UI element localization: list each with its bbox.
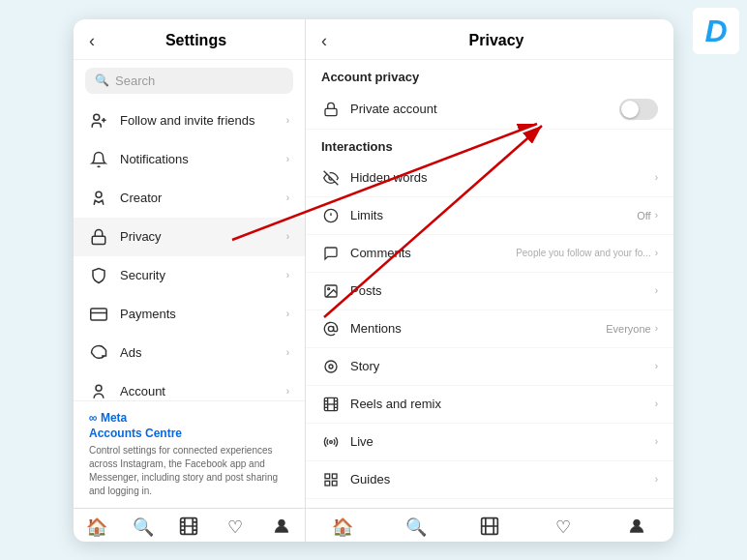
notifications-icon [89, 150, 108, 169]
search-placeholder: Search [115, 74, 155, 88]
svg-rect-35 [332, 474, 337, 479]
svg-point-28 [328, 287, 330, 289]
live-label: Live [350, 434, 645, 449]
nav-item-ads[interactable]: Ads › [74, 334, 305, 372]
story-chevron: › [655, 361, 658, 371]
right-header: ‹ Privacy [306, 19, 673, 60]
right-nav-reels[interactable] [453, 516, 526, 538]
follow-icon [89, 111, 108, 131]
meta-logo: ∞ Meta [89, 411, 289, 425]
limits-item[interactable]: Limits Off › [306, 197, 673, 235]
left-nav-profile[interactable] [258, 516, 305, 538]
account-icon [89, 382, 108, 400]
privacy-label: Privacy [120, 229, 275, 244]
activity-status-item[interactable]: Activity status › [306, 499, 673, 508]
main-container: D ‹ Settings 🔍 Search Follow and invite … [0, 0, 747, 560]
account-chevron: › [286, 386, 289, 397]
right-back-button[interactable]: ‹ [321, 31, 327, 51]
comments-icon [321, 244, 341, 263]
payments-label: Payments [120, 307, 275, 321]
right-content: Account privacy Private account Interact… [306, 60, 673, 508]
svg-rect-36 [332, 481, 337, 486]
nav-item-creator[interactable]: Creator › [74, 179, 305, 218]
left-panel: ‹ Settings 🔍 Search Follow and invite fr… [74, 19, 306, 542]
posts-item[interactable]: Posts › [306, 273, 673, 310]
live-icon [321, 432, 341, 452]
search-bar[interactable]: 🔍 Search [85, 68, 293, 94]
guides-icon [321, 470, 341, 489]
mentions-icon [321, 319, 341, 339]
interactions-section-title: Interactions [306, 130, 673, 160]
private-account-toggle[interactable] [619, 99, 658, 120]
phone-frame: ‹ Settings 🔍 Search Follow and invite fr… [74, 19, 673, 542]
posts-chevron: › [655, 285, 658, 296]
nav-list: Follow and invite friends › Notification… [74, 102, 305, 400]
right-panel: ‹ Privacy Account privacy Private accoun… [306, 19, 673, 542]
private-account-icon [321, 100, 341, 119]
hidden-words-item[interactable]: Hidden words › [306, 160, 673, 197]
left-nav-reels[interactable] [166, 516, 213, 538]
mentions-item[interactable]: Mentions Everyone › [306, 310, 673, 348]
posts-icon [321, 281, 341, 301]
payments-icon [89, 305, 108, 324]
comments-label: Comments [350, 246, 506, 260]
left-nav-home[interactable]: 🏠 [74, 516, 120, 538]
svg-point-31 [325, 361, 337, 372]
right-nav-home[interactable]: 🏠 [306, 516, 379, 538]
live-chevron: › [655, 436, 658, 447]
nav-item-payments[interactable]: Payments › [74, 295, 305, 334]
svg-point-33 [330, 440, 333, 443]
private-account-item[interactable]: Private account [306, 90, 673, 130]
svg-point-21 [279, 519, 285, 526]
left-panel-title: Settings [103, 32, 289, 49]
nav-item-follow[interactable]: Follow and invite friends › [74, 102, 305, 140]
mentions-label: Mentions [350, 321, 596, 336]
live-item[interactable]: Live › [306, 424, 673, 461]
nav-item-notifications[interactable]: Notifications › [74, 140, 305, 179]
ads-chevron: › [286, 347, 289, 358]
reels-item[interactable]: Reels and remix › [306, 386, 673, 424]
follow-chevron: › [286, 115, 289, 126]
svg-point-43 [634, 519, 641, 526]
search-icon: 🔍 [95, 74, 109, 87]
story-item[interactable]: Story › [306, 348, 673, 386]
security-icon [89, 266, 108, 285]
creator-chevron: › [286, 192, 289, 203]
reels-chevron: › [655, 398, 658, 409]
left-bottom-nav: 🏠 🔍 ♡ [74, 508, 305, 542]
right-bottom-nav: 🏠 🔍 ♡ [306, 508, 673, 542]
meta-accounts-centre[interactable]: Accounts Centre [89, 427, 289, 440]
comments-right: People you follow and your fo... › [516, 248, 658, 258]
left-back-button[interactable]: ‹ [89, 31, 95, 51]
right-nav-search[interactable]: 🔍 [379, 516, 453, 538]
svg-rect-37 [325, 481, 330, 486]
notifications-chevron: › [286, 154, 289, 164]
account-label: Account [120, 384, 275, 398]
guides-item[interactable]: Guides › [306, 461, 673, 499]
meta-section: ∞ Meta Accounts Centre Control settings … [74, 400, 305, 508]
creator-icon [89, 189, 108, 208]
left-nav-heart[interactable]: ♡ [212, 516, 258, 538]
limits-icon [321, 206, 341, 225]
notifications-label: Notifications [120, 152, 275, 166]
right-nav-profile[interactable] [600, 516, 673, 538]
svg-point-29 [328, 326, 333, 331]
svg-rect-4 [92, 236, 105, 244]
hidden-words-icon [321, 168, 341, 188]
limits-label: Limits [350, 208, 627, 222]
svg-point-0 [94, 114, 100, 120]
nav-item-security[interactable]: Security › [74, 256, 305, 295]
private-account-label: Private account [350, 102, 610, 116]
svg-point-3 [96, 192, 102, 197]
right-nav-heart[interactable]: ♡ [526, 516, 600, 538]
left-header: ‹ Settings [74, 19, 305, 60]
comments-item[interactable]: Comments People you follow and your fo..… [306, 235, 673, 273]
guides-chevron: › [655, 474, 658, 485]
left-nav-search[interactable]: 🔍 [120, 516, 166, 538]
guides-label: Guides [350, 472, 645, 486]
nav-item-account[interactable]: Account › [74, 372, 305, 400]
story-label: Story [350, 359, 645, 373]
story-icon [321, 357, 341, 376]
d-logo: D [693, 8, 739, 54]
nav-item-privacy[interactable]: Privacy › [74, 218, 305, 256]
